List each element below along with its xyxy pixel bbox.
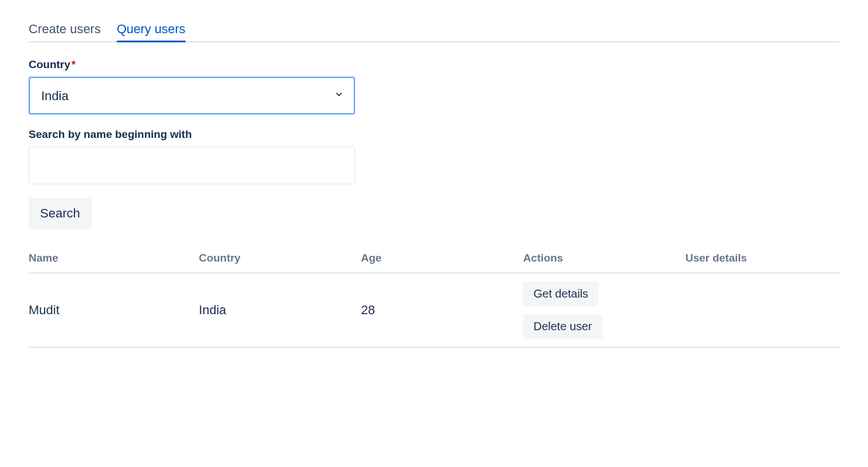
header-user-details: User details [685,246,839,273]
country-select[interactable]: India [29,77,355,114]
country-label: Country* [29,58,839,71]
cell-country: India [199,273,361,347]
table-header-row: Name Country Age Actions User details [29,246,839,273]
cell-age: 28 [361,273,523,347]
header-country: Country [199,246,361,273]
search-label: Search by name beginning with [29,128,839,141]
search-input[interactable] [29,147,355,184]
country-field-group: Country* India [29,58,839,114]
get-details-button[interactable]: Get details [523,282,599,306]
search-button[interactable]: Search [29,198,92,229]
tab-create-users[interactable]: Create users [29,17,101,41]
cell-user-details [685,273,839,347]
delete-user-button[interactable]: Delete user [523,314,602,339]
header-age: Age [361,246,523,273]
tab-query-users[interactable]: Query users [117,17,186,41]
table-row: Mudit India 28 Get details Delete user [29,273,839,347]
cell-actions: Get details Delete user [523,273,685,347]
country-select-wrapper: India [29,77,355,114]
actions-cell: Get details Delete user [523,282,678,339]
search-button-wrap: Search [29,198,839,229]
header-name: Name [29,246,199,273]
header-actions: Actions [523,246,685,273]
search-field-group: Search by name beginning with [29,128,839,184]
users-table: Name Country Age Actions User details Mu… [29,246,839,348]
country-label-text: Country [29,58,70,70]
required-asterisk: * [72,58,76,70]
cell-name: Mudit [29,273,199,347]
tabs: Create users Query users [29,17,839,42]
